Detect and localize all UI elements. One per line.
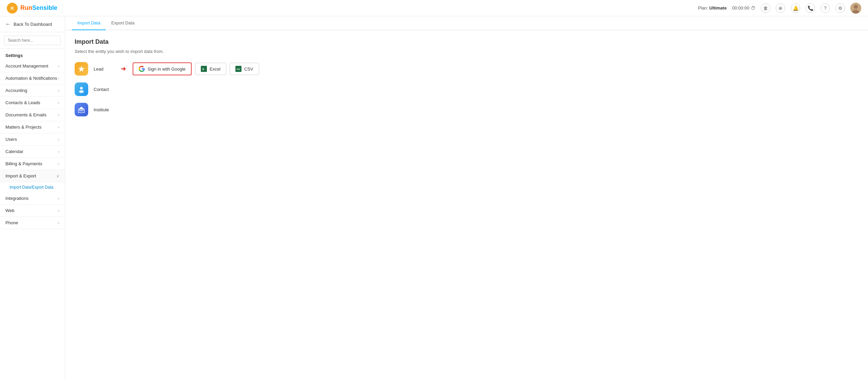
sidebar-item-contacts-leads[interactable]: Contacts & Leads › [0,97,65,109]
chevron-down-icon: ∨ [56,174,59,178]
sidebar-item-billing-payments[interactable]: Billing & Payments › [0,158,65,170]
trash-icon[interactable]: 🗑 [761,3,770,13]
sidebar-item-phone[interactable]: Phone › [0,217,65,229]
search-box [0,32,65,49]
import-subtitle: Select the entity you wish to import dat… [75,49,859,54]
sidebar-item-import-export[interactable]: Import & Export ∨ [0,170,65,182]
svg-text:CSV: CSV [236,68,240,70]
sidebar-sub-item-import-export-data[interactable]: Import Data/Export Data [0,182,65,192]
sidebar-item-automation-notifications[interactable]: Automation & Notifications › [0,72,65,84]
back-to-dashboard-btn[interactable]: ← Back To Dashboard [0,16,65,32]
svg-marker-5 [78,66,84,72]
entity-row-institute: Institute [75,103,859,116]
google-signin-button[interactable]: Sign in with Google [133,62,192,75]
lead-import-options: Sign in with Google X Excel [133,62,259,75]
excel-import-button[interactable]: X Excel [195,63,226,75]
svg-point-11 [79,90,84,93]
tabs-bar: Import Data Export Data [65,16,868,30]
lead-label: Lead [94,66,114,72]
google-g-icon [139,66,145,72]
svg-point-3 [854,5,858,9]
sidebar-item-integrations[interactable]: Integrations › [0,192,65,205]
header-right: Plan: Ultimate 00:00:00 ⏱ 🗑 ⊕ 🔔 📞 ? ⚙ [698,3,861,14]
svg-point-10 [80,87,83,90]
logo-icon: R [7,3,18,14]
arrow-icon: ➜ [121,65,126,73]
institute-label: Institute [94,107,114,112]
sidebar-item-web[interactable]: Web › [0,205,65,217]
chevron-icon: › [58,137,59,142]
content-area: Import Data Export Data Import Data Sele… [65,16,868,380]
institute-icon [75,103,88,116]
chevron-icon: › [58,100,59,105]
svg-rect-15 [82,110,83,111]
entity-row-lead: Lead ➜ Sign in with Google [75,62,859,76]
back-label: Back To Dashboard [14,22,52,27]
avatar[interactable] [850,3,861,14]
lead-icon [75,62,88,76]
sidebar-item-users[interactable]: Users › [0,133,65,146]
sidebar-item-documents-emails[interactable]: Documents & Emails › [0,109,65,121]
timer-display: 00:00:00 ⏱ [732,5,755,11]
csv-import-button[interactable]: CSV CSV [230,63,259,75]
phone-icon[interactable]: 📞 [806,3,815,13]
chevron-icon: › [58,162,59,166]
csv-icon: CSV [235,66,242,72]
tab-import-data[interactable]: Import Data [72,16,106,30]
contact-label: Contact [94,87,114,92]
chevron-icon: › [58,149,59,154]
entity-row-contact: Contact [75,82,859,96]
back-arrow-icon: ← [5,21,11,27]
main-layout: ← Back To Dashboard Settings Account Man… [0,16,868,380]
help-icon[interactable]: ? [821,3,830,13]
chevron-icon: › [58,208,59,213]
chevron-icon: › [58,113,59,117]
import-title: Import Data [75,38,859,45]
svg-rect-14 [81,110,82,111]
svg-rect-13 [79,110,80,111]
sidebar-item-matters-projects[interactable]: Matters & Projects › [0,121,65,133]
svg-text:R: R [11,6,14,11]
chevron-icon: › [58,196,59,201]
tab-export-data[interactable]: Export Data [106,16,140,30]
sidebar: ← Back To Dashboard Settings Account Man… [0,16,65,380]
notification-icon[interactable]: 🔔 [791,3,800,13]
excel-icon: X [201,66,207,72]
logo[interactable]: R RunSensible [7,3,57,14]
plan-info: Plan: Ultimate [698,5,727,11]
import-content: Import Data Select the entity you wish t… [65,30,868,131]
top-header: R RunSensible Plan: Ultimate 00:00:00 ⏱ … [0,0,868,16]
settings-heading: Settings [0,49,65,60]
chevron-icon: › [58,125,59,130]
search-input[interactable] [4,36,61,45]
chevron-icon: › [58,64,59,69]
sidebar-item-account-management[interactable]: Account Management › [0,60,65,72]
logo-text: RunSensible [20,4,57,12]
chevron-icon: › [58,221,59,225]
chevron-icon: › [58,88,59,93]
svg-text:X: X [202,68,204,71]
chevron-icon: › [58,76,59,81]
add-icon[interactable]: ⊕ [776,3,785,13]
contact-icon [75,82,88,96]
sidebar-item-accounting[interactable]: Accounting › [0,84,65,97]
settings-icon[interactable]: ⚙ [835,3,845,13]
svg-marker-16 [78,107,84,109]
sidebar-item-calendar[interactable]: Calendar › [0,146,65,158]
